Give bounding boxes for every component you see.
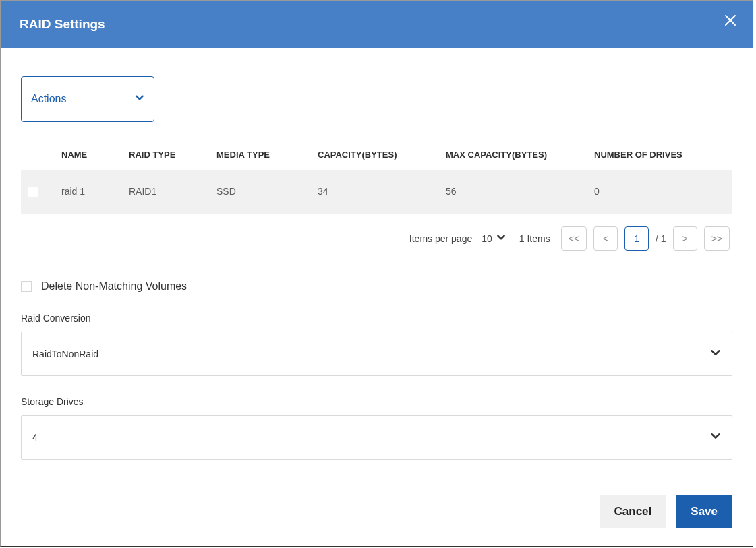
cell-raid-type: RAID1 [122,170,210,214]
raid-conversion-value: RaidToNonRaid [32,348,98,359]
col-capacity: CAPACITY(BYTES) [311,140,439,170]
close-icon[interactable] [724,14,736,26]
modal-content: Actions NAME RAID TYPE MEDIA TYPE CAPACI… [1,48,753,460]
page-first-button[interactable]: << [561,226,587,251]
col-num-drives: NUMBER OF DRIVES [587,140,732,170]
storage-drives-select[interactable]: 4 [21,415,732,460]
cell-num-drives: 0 [587,170,732,214]
raid-conversion-label: Raid Conversion [21,313,732,324]
delete-non-matching-checkbox[interactable] [21,281,32,292]
items-per-page-select[interactable]: 10 [482,233,506,244]
col-raid-type: RAID TYPE [122,140,210,170]
pagination: Items per page 10 1 Items << < 1 / 1 > >… [21,214,732,251]
raid-settings-modal: RAID Settings Actions NA [0,0,753,547]
modal-footer: Cancel Save [600,495,732,528]
cell-media-type: SSD [210,170,311,214]
modal-title: RAID Settings [20,17,105,32]
cell-max-capacity: 56 [439,170,587,214]
items-per-page-label: Items per page [409,233,472,244]
chevron-down-icon [710,431,721,444]
actions-dropdown[interactable]: Actions [21,76,154,122]
page-last-button[interactable]: >> [704,226,730,251]
table-row: raid 1 RAID1 SSD 34 56 0 [21,170,732,214]
page-total: / 1 [656,233,666,244]
page-prev-button[interactable]: < [593,226,618,251]
raid-table: NAME RAID TYPE MEDIA TYPE CAPACITY(BYTES… [21,140,732,214]
raid-conversion-select[interactable]: RaidToNonRaid [21,332,732,376]
page-next-button[interactable]: > [673,226,697,251]
chevron-down-icon [496,233,506,244]
save-button[interactable]: Save [676,495,732,528]
delete-non-matching-label: Delete Non-Matching Volumes [41,280,187,293]
storage-drives-label: Storage Drives [21,396,732,407]
cell-capacity: 34 [311,170,439,214]
row-checkbox[interactable] [28,187,38,197]
modal-header: RAID Settings [1,1,753,48]
chevron-down-icon [710,347,721,360]
storage-drives-value: 4 [32,432,38,443]
page-current-input[interactable]: 1 [624,226,649,251]
delete-non-matching-row: Delete Non-Matching Volumes [21,280,732,293]
col-media-type: MEDIA TYPE [210,140,311,170]
chevron-down-icon [135,93,144,105]
col-name: NAME [55,140,122,170]
cell-name: raid 1 [55,170,122,214]
options-section: Delete Non-Matching Volumes Raid Convers… [21,280,732,460]
actions-label: Actions [31,93,66,105]
select-all-checkbox[interactable] [28,150,38,160]
col-max-capacity: MAX CAPACITY(BYTES) [439,140,587,170]
items-count: 1 Items [519,233,550,244]
items-per-page-value: 10 [482,233,492,244]
cancel-button[interactable]: Cancel [600,495,667,528]
